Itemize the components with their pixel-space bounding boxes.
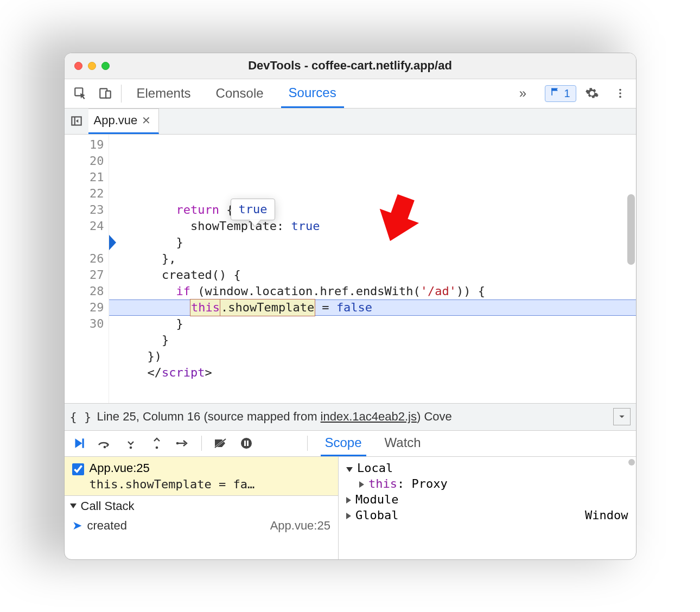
cursor-position: Line 25, Column 16 (source mapped from i…	[97, 410, 452, 424]
svg-rect-3	[552, 88, 553, 95]
code-editor[interactable]: 192021222324252627282930 true return { s…	[65, 135, 636, 403]
scope-group-module[interactable]: Module	[344, 492, 631, 507]
svg-point-15	[241, 438, 252, 449]
code-line[interactable]: created() {	[119, 267, 636, 283]
call-stack-header[interactable]: Call Stack	[65, 495, 338, 515]
line-number[interactable]: 19	[65, 137, 104, 153]
breakpoint-code: this.showTemplate = fa…	[90, 477, 255, 491]
evaluated-tooltip: true	[231, 199, 276, 220]
code-line[interactable]: }	[119, 332, 636, 348]
editor-status-bar: { } Line 25, Column 16 (source mapped fr…	[65, 403, 636, 430]
svg-rect-16	[244, 441, 246, 446]
window-minimize-button[interactable]	[88, 62, 96, 70]
svg-point-11	[155, 447, 158, 449]
line-number[interactable]: 23	[65, 202, 104, 218]
step-over-button[interactable]	[94, 432, 116, 454]
issues-count: 1	[564, 87, 570, 100]
step-button[interactable]	[172, 432, 194, 454]
settings-icon[interactable]	[580, 86, 604, 100]
svg-point-9	[103, 446, 106, 449]
code-line[interactable]: },	[119, 251, 636, 267]
issues-button[interactable]: 1	[545, 85, 576, 102]
line-number[interactable]: 25	[65, 234, 104, 251]
code-line[interactable]: if (window.location.href.endsWith('/ad')…	[119, 283, 636, 299]
code-line[interactable]: </script>	[119, 365, 636, 381]
svg-rect-17	[247, 441, 249, 446]
svg-rect-2	[106, 91, 111, 98]
line-number[interactable]: 20	[65, 153, 104, 169]
coverage-dropdown-button[interactable]	[613, 408, 631, 425]
tab-elements[interactable]: Elements	[129, 79, 199, 108]
line-number[interactable]: 30	[65, 316, 104, 332]
call-stack-frame[interactable]: ➤createdApp.vue:25	[65, 515, 338, 536]
svg-point-6	[619, 96, 621, 98]
line-gutter[interactable]: 192021222324252627282930	[65, 135, 109, 403]
tab-sources[interactable]: Sources	[281, 79, 344, 108]
code-line[interactable]: })	[119, 348, 636, 365]
file-tab-label: App.vue	[94, 113, 138, 127]
step-into-button[interactable]	[120, 432, 142, 454]
scope-pane: Localthis: ProxyModuleGlobalWindow	[339, 457, 636, 559]
line-number[interactable]: 28	[65, 283, 104, 299]
line-number[interactable]: 22	[65, 186, 104, 202]
breakpoint-entry[interactable]: App.vue:25 this.showTemplate = fa…	[65, 457, 338, 495]
svg-rect-8	[82, 438, 84, 448]
editor-scrollbar[interactable]	[627, 194, 635, 265]
code-line[interactable]: showTemplate: true	[119, 218, 636, 234]
debug-tab-scope[interactable]: Scope	[321, 431, 366, 456]
debug-tab-watch[interactable]: Watch	[380, 431, 425, 456]
code-line[interactable]: this.showTemplate = false	[119, 299, 636, 316]
pretty-print-button[interactable]: { }	[70, 410, 91, 424]
window-close-button[interactable]	[74, 62, 82, 70]
sources-file-tabbar: App.vue ✕	[65, 109, 636, 135]
code-line[interactable]: }	[119, 234, 636, 251]
issues-icon	[550, 87, 561, 100]
breakpoint-checkbox[interactable]	[72, 463, 84, 475]
devtools-tabstrip: ElementsConsoleSources » 1	[65, 79, 636, 109]
inspect-element-icon[interactable]	[68, 79, 93, 108]
deactivate-breakpoints-button[interactable]	[209, 432, 231, 454]
window-zoom-button[interactable]	[101, 62, 110, 70]
line-number[interactable]: 26	[65, 251, 104, 267]
window-title: DevTools - coffee-cart.netlify.app/ad	[65, 59, 636, 73]
svg-point-10	[129, 447, 132, 449]
code-line[interactable]	[119, 381, 636, 397]
devtools-window: DevTools - coffee-cart.netlify.app/ad El…	[64, 53, 637, 560]
breakpoints-callstack-pane: App.vue:25 this.showTemplate = fa… Call …	[65, 457, 339, 559]
file-tab-app-vue[interactable]: App.vue ✕	[88, 109, 160, 134]
kebab-menu-icon[interactable]	[608, 87, 633, 99]
step-out-button[interactable]	[146, 432, 168, 454]
debugger-toolbar: ScopeWatch	[65, 430, 636, 456]
line-number[interactable]: 29	[65, 299, 104, 316]
pause-on-exceptions-button[interactable]	[236, 432, 257, 454]
tab-console[interactable]: Console	[208, 79, 271, 108]
tabs-overflow-button[interactable]: »	[511, 79, 534, 108]
svg-point-5	[619, 92, 621, 94]
code-line[interactable]: }	[119, 316, 636, 332]
svg-point-4	[619, 89, 621, 91]
device-toolbar-icon[interactable]	[93, 79, 118, 108]
debugger-bottom-panes: App.vue:25 this.showTemplate = fa… Call …	[65, 456, 636, 559]
breakpoint-location: App.vue:25	[90, 461, 255, 475]
source-map-link[interactable]: index.1ac4eab2.js	[321, 410, 417, 423]
code-area[interactable]: true return { showTemplate: true } }, cr…	[109, 135, 636, 403]
line-number[interactable]: 27	[65, 267, 104, 283]
resume-button[interactable]	[68, 432, 90, 454]
navigator-toggle-icon[interactable]	[65, 109, 88, 134]
title-bar: DevTools - coffee-cart.netlify.app/ad	[65, 53, 636, 79]
code-line[interactable]: return {	[119, 202, 636, 218]
svg-point-12	[176, 442, 179, 445]
close-icon[interactable]: ✕	[142, 114, 151, 127]
line-number[interactable]: 24	[65, 218, 104, 234]
scope-group-local[interactable]: Local	[344, 460, 631, 476]
scope-variable[interactable]: this: Proxy	[344, 476, 631, 492]
line-number[interactable]: 21	[65, 169, 104, 186]
scope-group-global[interactable]: GlobalWindow	[344, 507, 631, 523]
